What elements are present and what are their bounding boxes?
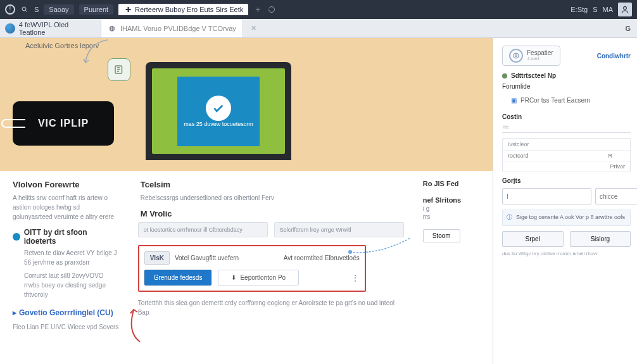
app-icon: ! [5, 4, 15, 15]
left-heading-2: OITT by drt sfoon idoeterts [13, 228, 119, 246]
mid-para-1: Rebelscssrgs undersetlioned ors olhertio… [141, 193, 404, 203]
left-heading-2-label: OITT by drt sfoon idoeterts [24, 228, 119, 246]
sidebar-section-1: Sdttrtscteel Np [502, 72, 631, 79]
left-column: Vlolvon Forewrte A helitts srw coorrf ha… [13, 180, 119, 364]
brand-letter: S [34, 6, 39, 13]
page-content: Aceluivic Gortres leporv VIC IPLIP [0, 38, 493, 364]
right-meta-column: Ro JIS Fed nef Slritons i g rrs Stoom [423, 180, 480, 364]
sidebar-section-4: Gorjts [502, 177, 631, 184]
left-link-label: Govetío Georrrlinglel (CU) [19, 308, 113, 317]
mid-heading-2: M Vrolic [141, 209, 404, 218]
left-link[interactable]: ▸ Govetío Georrrlinglel (CU) [13, 308, 119, 317]
avatar-icon [5, 23, 15, 34]
tab-a[interactable]: 4 feWVIPL Oled Teatlone [0, 19, 101, 37]
search-icon[interactable] [20, 5, 29, 14]
meta-button[interactable]: Stoom [423, 229, 460, 242]
meta-key-2: nef Slritons [423, 196, 480, 204]
sidebar-section-2: Forumlide [502, 83, 631, 90]
mid-card-1[interactable]: ot loostortics orrrhmosr ill Clbterebdac… [138, 222, 268, 237]
meta-key-1: Ro JIS Fed [423, 180, 480, 187]
hero-device: mas 25 duvew tocuetescrm [146, 62, 291, 170]
cube-icon: ▣ [511, 97, 517, 104]
sidebar-input-main[interactable] [502, 188, 591, 204]
sidebar-top-link[interactable]: Condiwhrtr [597, 53, 631, 60]
left-para-1: A helitts srw coorrf haft ris artew o as… [13, 193, 119, 222]
globe-icon: ◍ [108, 24, 117, 33]
close-tab-icon[interactable]: ✕ [249, 24, 258, 33]
svg-point-1 [624, 6, 627, 9]
product-badge: VIC IPLIP [13, 101, 114, 146]
mid-footnote: Tortetthh this slea gon demertt crdy cor… [138, 298, 404, 317]
left-heading-1: Vlolvon Forewrte [13, 180, 119, 189]
top-right-1[interactable]: E:Stg [571, 6, 588, 13]
left-sub-b: Corrurst laut sil8 2ovyVOVO rrwbs boey o… [24, 271, 119, 299]
kebab-icon[interactable]: ⋮ [351, 273, 360, 283]
meta-val-1: i g [423, 205, 480, 212]
top-right-3[interactable]: MA [603, 6, 614, 13]
tab-b-label: IHAML Voruo PVLIDBdge V TCOrvay [120, 25, 236, 32]
sidebar-section-3: Costin [502, 113, 631, 120]
hero-caption: mas 25 duvew tocuetescrm [184, 121, 253, 127]
sidebar-btn-2[interactable]: Sislorg [570, 231, 631, 247]
download-icon: ⬇ [231, 274, 236, 281]
status-dot-icon [502, 73, 507, 78]
new-tab-icon[interactable]: + [253, 5, 262, 14]
top-chip-2[interactable]: Puurent [79, 4, 114, 15]
svg-point-0 [22, 7, 26, 11]
bullet-icon [13, 233, 20, 241]
filter-pill[interactable]: Fespatier J-sart [502, 46, 560, 66]
panel-text-a: Votel Gavugfitt uvefern [175, 254, 239, 261]
top-right-2[interactable]: S [593, 6, 597, 13]
product-badge-label: VIC IPLIP [38, 118, 89, 129]
sidebar-info-callout: ⓘ Sige tog censnte A ook Vor p 8 arwttre… [502, 210, 631, 226]
meta-val-2: rrs [423, 213, 480, 220]
tab-favicon: ✚ [123, 5, 132, 14]
svg-point-3 [348, 250, 352, 254]
info-icon: ⓘ [507, 214, 512, 222]
sidebar-fineprint: dus tio Wiigv bry olcitve rromm amell rh… [502, 251, 631, 257]
secondary-button[interactable]: ⬇ Eeportlonton Po [218, 270, 299, 286]
sidebar-listbox: Ivstcleor roctcordR Privor [502, 138, 631, 172]
sidebar-btn-1[interactable]: Srpel [502, 231, 564, 247]
listbox-row-2[interactable]: Privor [503, 161, 630, 172]
primary-button[interactable]: Grenude fedesds [144, 270, 212, 286]
mid-heading-1: Tcelsim [141, 180, 404, 189]
reload-icon[interactable] [267, 5, 276, 14]
top-chip-1[interactable]: Saoay [44, 4, 73, 15]
annotation-arrow-blue [347, 233, 417, 258]
active-window-tab[interactable]: ✚ Rerteerw Buboy Ero Euts Sirs Eetk [118, 4, 248, 15]
tab-a-label: 4 feWVIPL Oled Teatlone [19, 21, 96, 36]
left-footer: Fleo Lian PE UIVC Wiece vpd Sovers [13, 323, 119, 330]
secondary-button-label: Eeportlonton Po [240, 274, 286, 281]
tab-title: Rerteerw Buboy Ero Euts Sirs Eetk [135, 6, 243, 13]
highlighted-panel: VIsK Votel Gavugfitt uvefern Avt roormti… [138, 245, 366, 292]
svg-point-5 [515, 55, 517, 57]
tab-b-active[interactable]: ◍ IHAML Voruo PVLIDBdge V TCOrvay [101, 19, 243, 37]
left-sub-a: Retven te diav Aeeret VY brilge J 56 jer… [24, 248, 119, 267]
sidebar-input-aux[interactable] [595, 188, 637, 204]
tabbar-right-letter[interactable]: G [625, 25, 637, 32]
annotation-arrow-red [124, 307, 143, 345]
pill-sublabel: J-sart [527, 56, 553, 62]
target-icon [509, 49, 523, 63]
svg-point-4 [514, 53, 519, 58]
sidebar-row-1[interactable]: ▣ PRCor tss Teart Eacsern [502, 94, 631, 107]
account-icon[interactable] [618, 3, 632, 16]
right-sidebar-panel: Fespatier J-sart Condiwhrtr Sdttrtscteel… [493, 38, 637, 364]
listbox-row-1[interactable]: roctcordR [503, 150, 630, 161]
browser-tabbar: 4 feWVIPL Oled Teatlone ◍ IHAML Voruo PV… [0, 19, 637, 38]
middle-column: Tcelsim Rebelscssrgs undersetlioned ors … [138, 180, 404, 364]
checkmark-icon [206, 96, 231, 121]
sidebar-small-label: ite [502, 124, 631, 130]
listbox-header: Ivstcleor [503, 139, 630, 150]
hero-banner: Aceluivic Gortres leporv VIC IPLIP [0, 38, 493, 171]
code-chip[interactable]: VIsK [144, 251, 170, 265]
window-titlebar: ! S Saoay Puurent ✚ Rerteerw Buboy Ero E… [0, 0, 637, 19]
